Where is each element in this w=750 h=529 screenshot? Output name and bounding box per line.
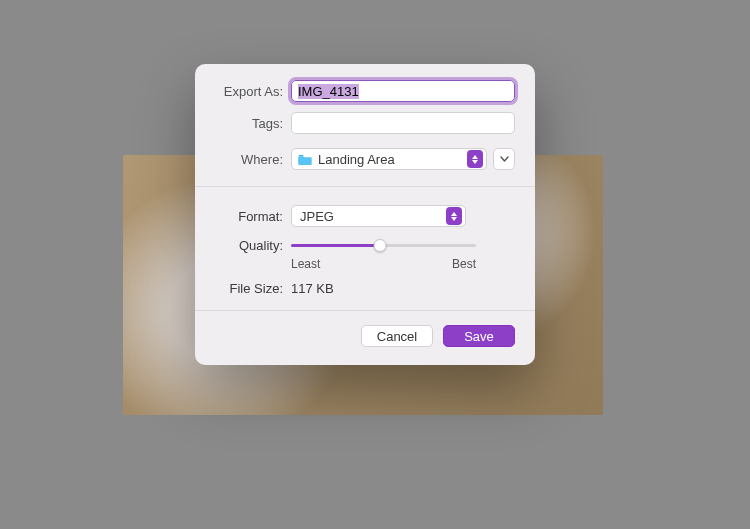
where-folder-name: Landing Area <box>318 152 461 167</box>
export-sheet: Export As: Tags: Where: <box>195 64 535 365</box>
format-label: Format: <box>215 209 291 224</box>
slider-fill <box>291 244 380 247</box>
chevron-down-icon <box>500 156 509 162</box>
quality-least-label: Least <box>291 257 320 271</box>
format-stepper-icon <box>446 207 462 225</box>
dialog-footer: Cancel Save <box>195 311 535 365</box>
quality-best-label: Best <box>452 257 476 271</box>
export-as-label: Export As: <box>215 84 291 99</box>
cancel-button[interactable]: Cancel <box>361 325 433 347</box>
format-selected: JPEG <box>300 209 446 224</box>
format-popup[interactable]: JPEG <box>291 205 466 227</box>
tags-input[interactable] <box>291 112 515 134</box>
slider-thumb[interactable] <box>373 239 386 252</box>
quality-slider[interactable] <box>291 237 476 253</box>
name-section: Export As: Tags: Where: <box>195 64 535 186</box>
expand-save-panel-button[interactable] <box>493 148 515 170</box>
file-size-label: File Size: <box>215 281 291 296</box>
format-section: Format: JPEG Quality: <box>195 187 535 310</box>
where-popup[interactable]: Landing Area <box>291 148 487 170</box>
quality-label: Quality: <box>215 237 291 253</box>
file-size-value: 117 KB <box>291 281 334 296</box>
where-label: Where: <box>215 152 291 167</box>
save-button-label: Save <box>464 329 494 344</box>
tags-label: Tags: <box>215 116 291 131</box>
where-stepper-icon <box>467 150 483 168</box>
filename-input[interactable] <box>291 80 515 102</box>
cancel-button-label: Cancel <box>377 329 417 344</box>
folder-icon <box>298 154 312 165</box>
save-button[interactable]: Save <box>443 325 515 347</box>
